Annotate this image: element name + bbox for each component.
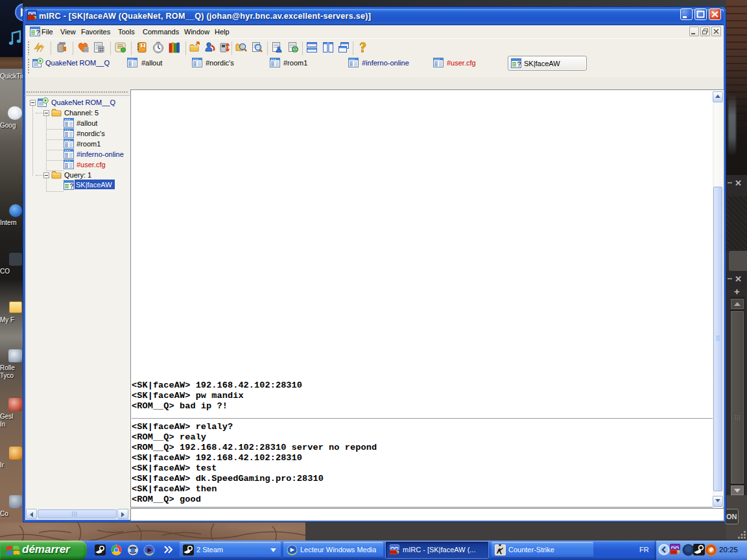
svg-text:?: ?	[70, 183, 74, 190]
svg-text:?: ?	[517, 61, 521, 68]
svg-text:?: ?	[36, 29, 40, 36]
